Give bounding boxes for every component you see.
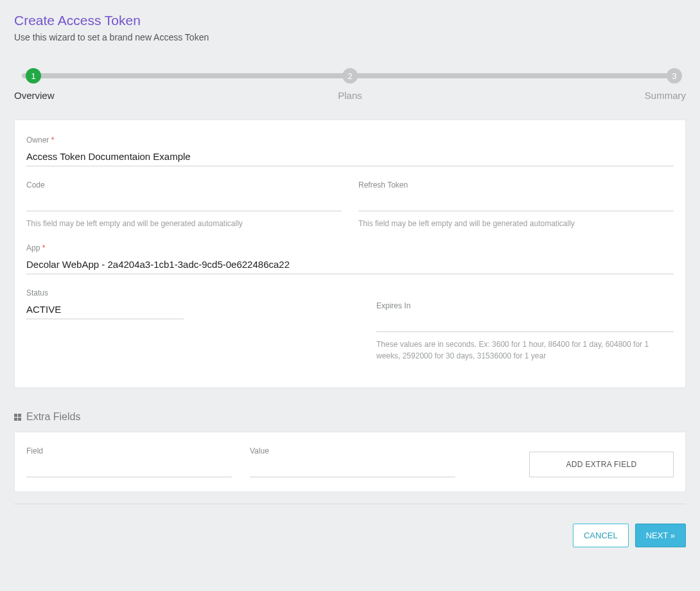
owner-label: Owner * [26,136,674,145]
step-label: Overview [14,90,55,101]
extra-value-input[interactable] [250,458,455,477]
extra-field-label: Field [26,446,232,455]
extra-field-input[interactable] [26,458,232,477]
overview-form-card: Owner * Code This field may be left empt… [14,119,686,388]
step-summary[interactable]: 3 Summary [645,66,686,101]
code-helper: This field may be left empty and will be… [26,218,342,229]
expires-in-helper: These values are in seconds. Ex: 3600 fo… [376,339,674,362]
status-label: Status [26,288,184,297]
wizard-stepper: 1 Overview 2 Plans 3 Summary [14,66,686,105]
extra-fields-card: Field Value ADD EXTRA FIELD [14,432,686,492]
extra-value-label: Value [250,446,455,455]
page-subtitle: Use this wizard to set a brand new Acces… [14,32,686,42]
refresh-token-input[interactable] [358,192,674,211]
add-extra-field-button[interactable]: ADD EXTRA FIELD [529,452,674,477]
refresh-token-label: Refresh Token [358,181,674,190]
refresh-token-helper: This field may be left empty and will be… [358,218,674,229]
step-overview[interactable]: 1 Overview [14,66,55,101]
step-number: 3 [667,68,682,84]
step-label: Plans [338,90,362,101]
divider [14,504,686,504]
step-plans[interactable]: 2 Plans [338,66,362,101]
app-input[interactable] [26,255,674,274]
grid-icon [14,414,21,421]
extra-fields-header: Extra Fields [14,411,686,423]
step-number: 1 [26,68,41,84]
app-label: App * [26,243,674,252]
code-label: Code [26,181,342,190]
footer-actions: CANCEL NEXT » [14,524,686,547]
status-input[interactable] [26,300,184,319]
code-input[interactable] [26,192,342,211]
step-label: Summary [645,90,686,101]
owner-input[interactable] [26,147,674,166]
cancel-button[interactable]: CANCEL [573,524,629,547]
next-button[interactable]: NEXT » [635,524,686,547]
expires-in-input[interactable] [376,313,674,332]
expires-in-label: Expires In [376,301,674,310]
step-number: 2 [342,68,358,84]
page-title: Create Access Token [14,13,686,28]
extra-fields-title: Extra Fields [26,411,80,423]
